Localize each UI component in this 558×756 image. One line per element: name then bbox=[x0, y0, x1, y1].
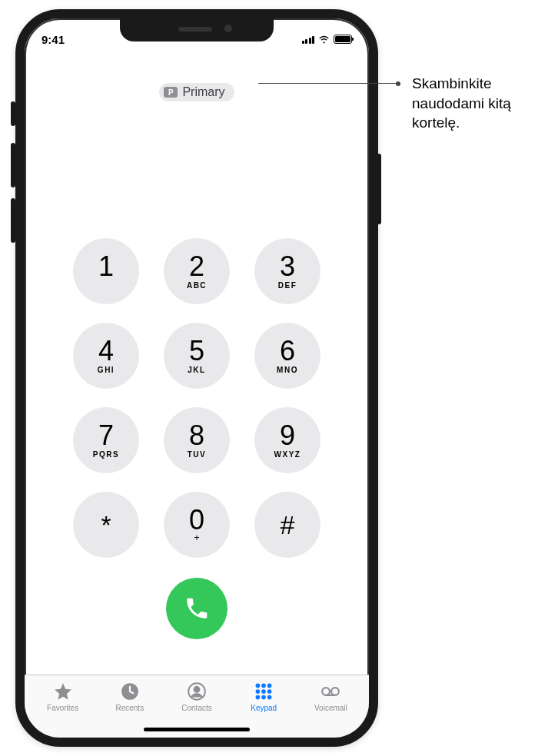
tab-favorites[interactable]: Favorites bbox=[29, 681, 96, 738]
svg-point-6 bbox=[256, 689, 261, 694]
key-hash[interactable]: # bbox=[254, 492, 321, 558]
keypad: 1 2ABC 3DEF 4GHI 5JKL 6MNO 7PQRS 8TUV 9W… bbox=[25, 101, 369, 558]
svg-point-4 bbox=[261, 684, 266, 688]
voicemail-icon bbox=[321, 681, 340, 701]
key-1[interactable]: 1 bbox=[73, 238, 139, 304]
key-6[interactable]: 6MNO bbox=[254, 323, 321, 389]
svg-point-8 bbox=[267, 689, 272, 694]
cellular-signal-icon bbox=[302, 35, 315, 44]
clock-icon bbox=[120, 681, 140, 701]
key-5[interactable]: 5JKL bbox=[164, 323, 230, 389]
call-button[interactable] bbox=[166, 578, 228, 639]
svg-point-12 bbox=[323, 688, 330, 695]
key-4[interactable]: 4GHI bbox=[73, 323, 139, 389]
phone-icon bbox=[184, 595, 210, 622]
home-indicator[interactable] bbox=[144, 728, 250, 731]
svg-point-11 bbox=[267, 695, 272, 700]
status-time: 9:41 bbox=[42, 33, 65, 46]
key-7[interactable]: 7PQRS bbox=[73, 407, 139, 473]
notch bbox=[120, 18, 274, 41]
svg-point-2 bbox=[194, 687, 200, 692]
svg-point-3 bbox=[256, 684, 261, 688]
wifi-icon bbox=[318, 35, 330, 44]
callout-line bbox=[258, 83, 398, 84]
battery-icon bbox=[334, 35, 352, 44]
keypad-icon bbox=[254, 681, 274, 701]
key-8[interactable]: 8TUV bbox=[164, 407, 230, 473]
sim-label: Primary bbox=[182, 85, 224, 99]
key-2[interactable]: 2ABC bbox=[164, 238, 230, 304]
svg-point-5 bbox=[267, 684, 272, 688]
key-3[interactable]: 3DEF bbox=[254, 238, 321, 304]
svg-point-9 bbox=[256, 695, 261, 700]
sim-badge-icon: P bbox=[164, 87, 178, 98]
key-0[interactable]: 0+ bbox=[164, 492, 230, 558]
tab-voicemail[interactable]: Voicemail bbox=[297, 681, 364, 738]
key-9[interactable]: 9WXYZ bbox=[254, 407, 321, 473]
callout-text: Skambinkite naudodami kitą kortelę. bbox=[412, 74, 556, 133]
phone-frame: 9:41 P Primary 1 2ABC 3DEF 4GHI 5JKL 6MN… bbox=[15, 9, 378, 747]
sim-selector[interactable]: P Primary bbox=[159, 83, 234, 101]
star-icon bbox=[53, 681, 73, 701]
svg-point-7 bbox=[261, 689, 266, 694]
key-asterisk[interactable]: * bbox=[73, 492, 139, 558]
tab-bar: Favorites Recents Contacts Keypad Voicem… bbox=[25, 675, 369, 738]
contact-icon bbox=[187, 681, 207, 701]
svg-point-13 bbox=[331, 688, 339, 695]
svg-point-10 bbox=[261, 695, 266, 700]
